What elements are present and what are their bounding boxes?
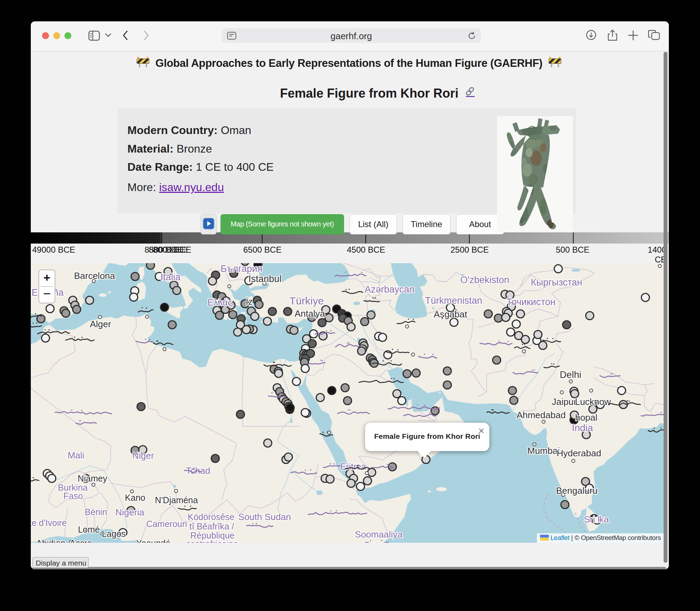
svg-text:O'zbekiston: O'zbekiston <box>460 275 509 285</box>
svg-text:Mali: Mali <box>68 450 84 461</box>
svg-text:Jaipur: Jaipur <box>552 396 577 407</box>
svg-text:Eritrea: Eritrea <box>340 462 366 471</box>
svg-text:Lomé: Lomé <box>78 525 100 534</box>
svg-text:South Sudan: South Sudan <box>238 512 291 522</box>
svg-text:Barcelona: Barcelona <box>74 271 115 281</box>
svg-text:tî Bêafrîka /: tî Bêafrîka / <box>189 521 234 531</box>
svg-text:İstanbul: İstanbul <box>248 273 282 284</box>
svg-text:Italia: Italia <box>160 272 181 282</box>
svg-text:Кыргызстан: Кыргызстан <box>531 277 582 288</box>
svg-text:hopal: hopal <box>575 412 597 423</box>
svg-text:Niamey: Niamey <box>78 473 107 483</box>
svg-text:Kano: Kano <box>125 493 145 503</box>
svg-text:Alger: Alger <box>90 319 111 329</box>
svg-text:Azərbaycan: Azərbaycan <box>365 284 415 295</box>
svg-text:Bénin: Bénin <box>85 507 107 517</box>
svg-text:Abidjan: Abidjan <box>36 538 65 543</box>
svg-text:centrafricaine: centrafricaine <box>186 539 238 543</box>
svg-text:Niger: Niger <box>132 450 154 461</box>
svg-text:Soomaaliya: Soomaaliya <box>355 529 402 540</box>
svg-text:Mumbai: Mumbai <box>527 445 560 456</box>
svg-text:Yaoundé: Yaoundé <box>136 538 170 543</box>
svg-text:Hyderabad: Hyderabad <box>556 448 601 458</box>
svg-text:Ahmedabad: Ahmedabad <box>517 410 566 420</box>
svg-text:Ελλάς: Ελλάς <box>208 297 232 308</box>
svg-text:Lagos: Lagos <box>102 529 126 539</box>
svg-text:Bengaluru: Bengaluru <box>556 485 598 496</box>
svg-text:Lucknow: Lucknow <box>575 396 611 407</box>
svg-text:България: България <box>220 264 262 274</box>
svg-text:Aşgabat: Aşgabat <box>434 309 467 319</box>
svg-text:Ködörösêse: Ködörösêse <box>188 512 234 522</box>
svg-text:te d'Ivoire: te d'Ivoire <box>31 518 67 528</box>
svg-text:Cameroun: Cameroun <box>146 519 187 529</box>
svg-text:Точикистон: Точикистон <box>506 297 555 307</box>
svg-text:India: India <box>572 422 593 433</box>
svg-text:Nigeria: Nigeria <box>115 507 145 518</box>
svg-text:Faso: Faso <box>63 491 83 501</box>
svg-text:İz: İz <box>246 297 252 307</box>
svg-text:ka: ka <box>599 514 609 525</box>
svg-text:Accra: Accra <box>70 538 92 543</box>
svg-text:Antalya: Antalya <box>295 308 325 319</box>
svg-text:Türkmenistan: Türkmenistan <box>425 295 482 306</box>
svg-text:Türkiye: Türkiye <box>289 295 324 307</box>
svg-text:N'Djaména: N'Djaména <box>155 495 198 505</box>
svg-text:Delhi: Delhi <box>560 370 581 380</box>
